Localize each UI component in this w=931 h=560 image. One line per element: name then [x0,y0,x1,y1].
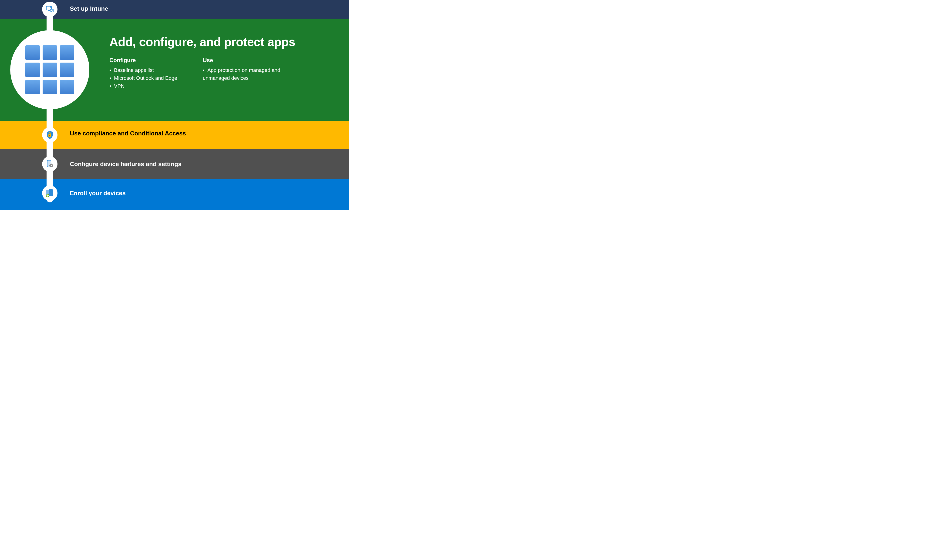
step-apps-circle [10,30,89,109]
svg-rect-12 [43,80,57,94]
svg-line-28 [52,164,52,165]
svg-line-25 [50,164,51,165]
step-apps-title: Add, configure, and protect apps [109,35,340,49]
configure-heading: Configure [109,57,177,63]
grid-icon [25,45,74,94]
svg-rect-10 [60,63,74,77]
use-item: App protection on managed and unmanaged … [203,66,287,82]
monitor-icon [46,5,54,14]
svg-rect-1 [48,10,50,11]
step-setup-label: Set up Intune [70,5,108,12]
svg-rect-11 [25,80,40,94]
step-setup-circle [42,2,57,17]
use-heading: Use [203,57,287,63]
step-compliance-label: Use compliance and Conditional Access [70,130,186,137]
phone-gear-icon [45,159,54,169]
svg-rect-6 [43,45,57,60]
svg-line-27 [50,166,51,167]
step-enroll-label: Enroll your devices [70,189,126,197]
configure-item: Microsoft Outlook and Edge [109,74,177,82]
step-compliance-circle [42,127,57,143]
svg-point-20 [51,165,52,166]
svg-rect-2 [47,11,51,11]
configure-column: Configure Baseline apps list Microsoft O… [109,57,177,90]
configure-item: VPN [109,82,177,90]
devices-add-icon [45,189,55,197]
svg-rect-9 [43,63,57,77]
svg-line-26 [52,166,52,167]
svg-rect-5 [25,45,40,60]
svg-rect-30 [49,189,53,196]
svg-rect-7 [60,45,74,60]
shield-lock-icon [46,131,54,139]
svg-rect-13 [60,80,74,94]
step-device-circle [42,156,57,172]
step-device-label: Configure device features and settings [70,160,182,168]
step-apps-content: Add, configure, and protect apps Configu… [109,35,340,90]
svg-rect-4 [50,9,53,12]
use-column: Use App protection on managed and unmana… [203,57,287,90]
svg-point-3 [50,6,52,8]
configure-item: Baseline apps list [109,66,177,74]
svg-point-15 [49,135,50,136]
svg-rect-8 [25,63,40,77]
step-enroll-circle [42,185,57,201]
svg-point-18 [49,166,49,167]
intune-steps-diagram: Set up Intune Add, conf [0,0,349,210]
